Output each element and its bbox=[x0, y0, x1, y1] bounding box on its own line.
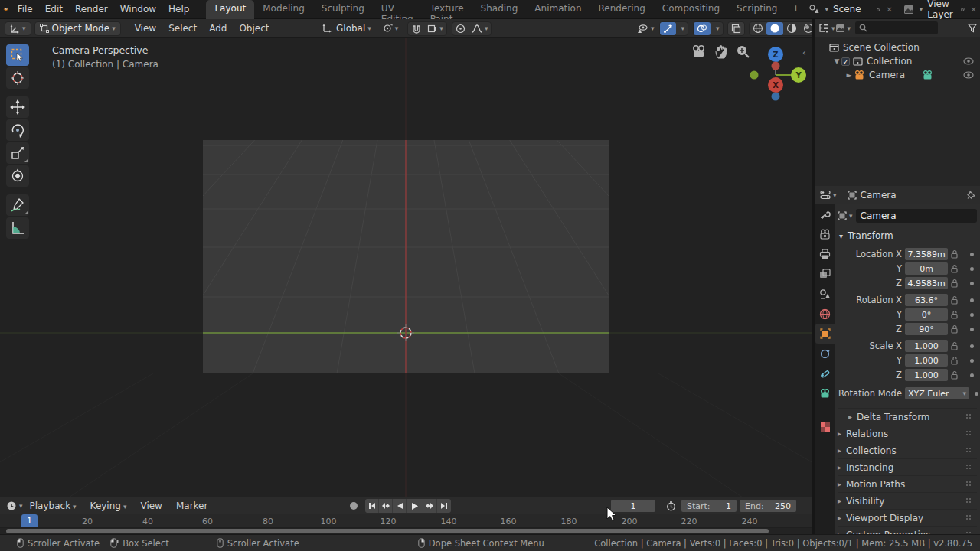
jump-to-end-button[interactable] bbox=[437, 499, 451, 513]
location-y-field[interactable]: 0m bbox=[905, 262, 948, 275]
xray-toggle[interactable] bbox=[727, 21, 745, 36]
panel-grip-icon[interactable] bbox=[966, 481, 972, 487]
tab-tool[interactable] bbox=[815, 204, 835, 224]
scrollbar-thumb[interactable] bbox=[6, 529, 769, 533]
location-z-field[interactable]: 4.9583m bbox=[905, 277, 948, 289]
panel-viewport-display[interactable]: Viewport Display bbox=[838, 509, 977, 526]
tab-layout[interactable]: Layout bbox=[206, 0, 254, 19]
outliner-editor-type-button[interactable] bbox=[818, 23, 835, 33]
timeline-ruler[interactable]: 1 20 40 60 80 100 120 140 160 180 200 22… bbox=[0, 514, 812, 528]
outliner-item-collection[interactable]: ▼ ✓ Collection bbox=[815, 54, 980, 68]
gizmo-minus-y-axis[interactable] bbox=[772, 62, 780, 70]
frame-start-field[interactable]: Start: 1 bbox=[681, 500, 737, 512]
location-x-field[interactable]: 7.3589m bbox=[905, 248, 948, 260]
tab-output[interactable] bbox=[815, 244, 835, 264]
tool-rotate[interactable] bbox=[6, 119, 29, 141]
new-view-layer-icon[interactable] bbox=[961, 5, 965, 15]
outliner-item-camera[interactable]: ► Camera bbox=[815, 68, 980, 82]
panel-instancing[interactable]: Instancing bbox=[838, 458, 977, 475]
animate-dot[interactable] bbox=[970, 313, 974, 317]
tab-texture-paint[interactable]: Texture Paint bbox=[422, 0, 472, 19]
current-frame-marker[interactable]: 1 bbox=[21, 514, 38, 527]
lock-icon[interactable] bbox=[951, 324, 965, 334]
outliner-item-scene-collection[interactable]: Scene Collection bbox=[815, 41, 980, 54]
panel-grip-icon[interactable] bbox=[966, 414, 972, 420]
add-workspace-button[interactable]: + bbox=[786, 0, 805, 19]
menu-help[interactable]: Help bbox=[162, 4, 195, 15]
lock-icon[interactable] bbox=[951, 295, 965, 305]
overlays-dropdown[interactable] bbox=[710, 22, 723, 35]
lock-icon[interactable] bbox=[951, 310, 965, 319]
editor-type-button[interactable] bbox=[5, 21, 31, 36]
menu-render[interactable]: Render bbox=[69, 4, 114, 15]
pin-icon[interactable] bbox=[967, 191, 975, 200]
animate-dot[interactable] bbox=[970, 359, 974, 363]
rotation-mode-dropdown[interactable]: XYZ Euler bbox=[905, 387, 969, 399]
hide-object-eye-icon[interactable] bbox=[963, 71, 974, 79]
menu-marker[interactable]: Marker bbox=[169, 500, 214, 511]
transform-panel-header[interactable]: Transform bbox=[839, 230, 977, 241]
properties-editor-type-button[interactable] bbox=[820, 190, 837, 200]
proportional-toggle[interactable] bbox=[452, 22, 469, 35]
menu-view[interactable]: View bbox=[129, 23, 162, 34]
tab-sculpting[interactable]: Sculpting bbox=[313, 0, 373, 19]
delete-scene-icon[interactable]: ✕ bbox=[883, 5, 895, 14]
gizmo-minus-x-axis[interactable] bbox=[750, 71, 759, 80]
lock-icon[interactable] bbox=[951, 356, 965, 365]
tool-select-box[interactable] bbox=[6, 44, 29, 66]
collection-checkbox[interactable]: ✓ bbox=[841, 57, 850, 66]
tool-transform[interactable] bbox=[6, 165, 29, 187]
pivot-dropdown[interactable] bbox=[382, 23, 399, 34]
play-button[interactable] bbox=[407, 499, 423, 513]
tab-render[interactable] bbox=[815, 224, 835, 244]
filter-icon[interactable] bbox=[968, 24, 977, 33]
viewport-3d[interactable]: Camera Perspective (1) Collection | Came… bbox=[0, 38, 812, 497]
tab-modeling[interactable]: Modeling bbox=[254, 0, 313, 19]
blender-logo-icon[interactable] bbox=[3, 4, 8, 15]
outliner-display-mode-button[interactable] bbox=[835, 24, 851, 33]
rotation-x-field[interactable]: 63.6° bbox=[905, 294, 948, 306]
snap-settings-dropdown[interactable] bbox=[424, 22, 446, 35]
shading-wireframe-button[interactable] bbox=[750, 22, 766, 35]
snap-toggle[interactable] bbox=[408, 22, 424, 35]
scale-z-field[interactable]: 1.000 bbox=[905, 369, 948, 381]
tab-rendering[interactable]: Rendering bbox=[590, 0, 654, 19]
axis-gizmo[interactable]: Z Y X bbox=[744, 44, 812, 104]
falloff-dropdown[interactable] bbox=[469, 22, 492, 35]
shading-solid-button[interactable] bbox=[766, 22, 783, 35]
panel-grip-icon[interactable] bbox=[966, 515, 972, 521]
scene-datablock-icon[interactable] bbox=[805, 4, 828, 15]
gizmos-dropdown[interactable] bbox=[676, 22, 688, 35]
gizmos-toggle[interactable] bbox=[660, 22, 676, 35]
object-id-icon-button[interactable] bbox=[838, 211, 853, 220]
animate-dot[interactable] bbox=[970, 298, 974, 302]
timeline-scrollbar[interactable] bbox=[0, 528, 812, 534]
shading-material-button[interactable] bbox=[783, 22, 800, 35]
tool-annotate[interactable] bbox=[6, 194, 29, 216]
collapse-arrow-icon[interactable]: ► bbox=[844, 71, 854, 79]
pan-view-icon[interactable] bbox=[714, 44, 729, 60]
tab-physics[interactable] bbox=[815, 344, 835, 364]
tab-compositing[interactable]: Compositing bbox=[654, 0, 728, 19]
tool-cursor[interactable] bbox=[6, 67, 29, 89]
remove-view-layer-icon[interactable]: ✕ bbox=[968, 5, 980, 14]
panel-grip-icon[interactable] bbox=[966, 498, 972, 504]
prev-keyframe-button[interactable] bbox=[379, 499, 393, 513]
panel-grip-icon[interactable] bbox=[966, 465, 972, 471]
panel-delta-transform[interactable]: Delta Transform bbox=[838, 408, 977, 425]
panel-visibility[interactable]: Visibility bbox=[838, 492, 977, 509]
menu-window[interactable]: Window bbox=[114, 4, 162, 15]
menu-object[interactable]: Object bbox=[233, 23, 275, 34]
view-layer-name-field[interactable]: View Layer bbox=[923, 0, 957, 20]
animate-dot[interactable] bbox=[975, 392, 978, 396]
animate-dot[interactable] bbox=[970, 373, 974, 377]
panel-grip-icon[interactable] bbox=[966, 448, 972, 454]
object-name-input[interactable]: Camera bbox=[856, 209, 977, 223]
panel-grip-icon[interactable] bbox=[966, 431, 972, 437]
jump-to-start-button[interactable] bbox=[365, 499, 379, 513]
timeline-editor-type-button[interactable] bbox=[6, 500, 23, 511]
tab-animation[interactable]: Animation bbox=[526, 0, 590, 19]
animate-dot[interactable] bbox=[970, 253, 974, 256]
lock-icon[interactable] bbox=[951, 370, 965, 380]
tab-shading[interactable]: Shading bbox=[472, 0, 527, 19]
